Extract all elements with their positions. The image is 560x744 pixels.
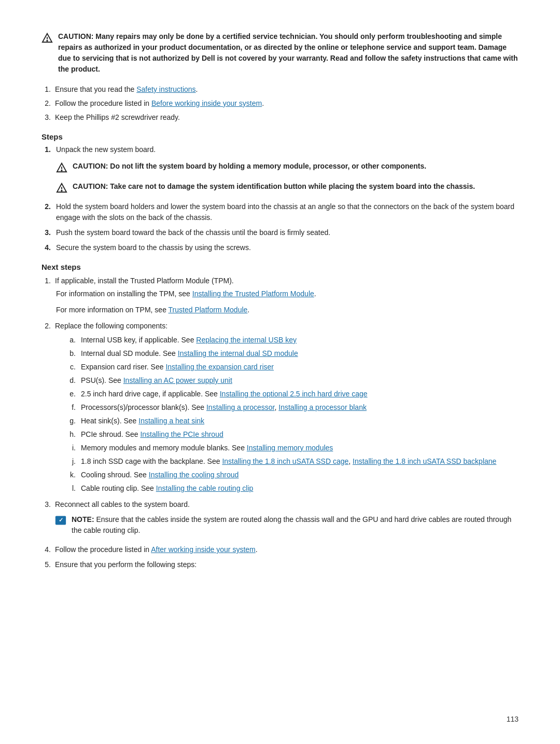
caution-main-block: CAUTION: Many repairs may only be done b…	[41, 31, 519, 75]
steps-heading: Steps	[41, 132, 519, 141]
nextstep-1-tpm-indent2: For more information on TPM, see Trusted…	[56, 305, 519, 315]
installing-ssd-backplane-link[interactable]: Installing the 1.8 inch uSATA SSD backpl…	[353, 457, 496, 465]
sublist-item-f: f. Processors(s)/processor blank(s). See…	[65, 402, 519, 413]
sublist-item-h: h. PCIe shroud. See Installing the PCIe …	[65, 429, 519, 440]
installing-tpm-link[interactable]: Installing the Trusted Platform Module	[192, 290, 314, 298]
safety-instructions-link[interactable]: Safety instructions	[136, 85, 195, 93]
installing-heat-sink-link[interactable]: Installing a heat sink	[138, 417, 204, 425]
next-steps-heading: Next steps	[41, 263, 519, 271]
step-1-row: 1. Unpack the new system board.	[41, 145, 519, 154]
sublist-item-c: c. Expansion card riser. See Installing …	[65, 362, 519, 373]
sublist-item-d: d. PSU(s). See Installing an AC power su…	[65, 375, 519, 386]
installing-processor-blank-link[interactable]: Installing a processor blank	[278, 403, 367, 411]
note-icon: ✓	[55, 515, 66, 529]
caution-3-text: CAUTION: Take care not to damage the sys…	[73, 181, 475, 192]
installing-cable-routing-clip-link[interactable]: Installing the cable routing clip	[156, 484, 254, 492]
prereq-item-1: 1. Ensure that you read the Safety instr…	[41, 84, 519, 95]
nextstep-3-row: 3. Reconnect all cables to the system bo…	[41, 499, 519, 540]
caution-icon	[41, 32, 53, 45]
caution-main-text: CAUTION: Many repairs may only be done b…	[58, 31, 519, 75]
steps-list: 1. Unpack the new system board.	[41, 145, 519, 154]
caution-3-block: CAUTION: Take care not to damage the sys…	[56, 181, 519, 195]
prereq-list: 1. Ensure that you read the Safety instr…	[41, 84, 519, 123]
before-working-link[interactable]: Before working inside your system	[151, 99, 262, 107]
installing-memory-modules-link[interactable]: Installing memory modules	[247, 444, 333, 452]
steps-2-4: 2. Hold the system board holders and low…	[41, 201, 519, 253]
installing-cooling-shroud-link[interactable]: Installing the cooling shroud	[149, 471, 239, 479]
step-4-row: 4. Secure the system board to the chassi…	[41, 242, 519, 253]
page-number: 113	[507, 715, 519, 723]
caution-2-block: CAUTION: Do not lift the system board by…	[56, 161, 519, 175]
svg-point-2	[47, 40, 47, 41]
sublist: a. Internal USB key, if applicable. See …	[65, 335, 519, 494]
sublist-item-i: i. Memory modules and memory module blan…	[65, 443, 519, 453]
nextstep-1-tpm-indent1: For information on installing the TPM, s…	[56, 288, 519, 299]
sublist-item-e: e. 2.5 inch hard drive cage, if applicab…	[65, 389, 519, 399]
installing-pcie-shroud-link[interactable]: Installing the PCIe shroud	[140, 430, 223, 438]
sublist-item-k: k. Cooling shroud. See Installing the co…	[65, 470, 519, 480]
installing-processor-link[interactable]: Installing a processor	[206, 403, 275, 411]
step-3-row: 3. Push the system board toward the back…	[41, 227, 519, 238]
prereq-item-3: 3. Keep the Phillips #2 screwdriver read…	[41, 112, 519, 123]
nextstep-5-row: 5. Ensure that you perform the following…	[41, 559, 519, 570]
caution-3-icon	[56, 182, 67, 195]
installing-hdd-cage-link[interactable]: Installing the optional 2.5 inch hard dr…	[220, 390, 368, 398]
prereq-item-2: 2. Follow the procedure listed in Before…	[41, 98, 519, 109]
installing-ssd-cage-link[interactable]: Installing the 1.8 inch uSATA SSD cage	[222, 457, 348, 465]
svg-point-5	[61, 170, 62, 171]
after-working-link[interactable]: After working inside your system	[151, 545, 256, 554]
note-block: ✓ NOTE: Ensure that the cables inside th…	[55, 514, 519, 536]
next-steps-list: 1. If applicable, install the Trusted Pl…	[41, 275, 519, 570]
nextstep-1-row: 1. If applicable, install the Trusted Pl…	[41, 275, 519, 286]
nextstep-4-row: 4. Follow the procedure listed in After …	[41, 544, 519, 555]
sublist-item-a: a. Internal USB key, if applicable. See …	[65, 335, 519, 346]
step-2-row: 2. Hold the system board holders and low…	[41, 201, 519, 223]
sublist-item-b: b. Internal dual SD module. See Installi…	[65, 348, 519, 359]
sublist-item-g: g. Heat sink(s). See Installing a heat s…	[65, 416, 519, 426]
note-text: NOTE: Ensure that the cables inside the …	[72, 514, 519, 536]
installing-dual-sd-link[interactable]: Installing the internal dual SD module	[178, 349, 298, 357]
sublist-item-j: j. 1.8 inch SSD cage with the backplane.…	[65, 456, 519, 467]
installing-psu-link[interactable]: Installing an AC power supply unit	[123, 376, 232, 384]
svg-point-8	[61, 190, 62, 191]
nextstep-2-row: 2. Replace the following components:	[41, 321, 519, 332]
replacing-usb-key-link[interactable]: Replacing the internal USB key	[196, 336, 297, 344]
caution-2-icon	[56, 162, 67, 175]
caution-2-text: CAUTION: Do not lift the system board by…	[73, 161, 426, 172]
trusted-platform-module-link[interactable]: Trusted Platform Module	[169, 306, 248, 314]
installing-expansion-riser-link[interactable]: Installing the expansion card riser	[165, 363, 274, 371]
svg-text:✓: ✓	[59, 517, 63, 523]
sublist-item-l: l. Cable routing clip. See Installing th…	[65, 483, 519, 494]
